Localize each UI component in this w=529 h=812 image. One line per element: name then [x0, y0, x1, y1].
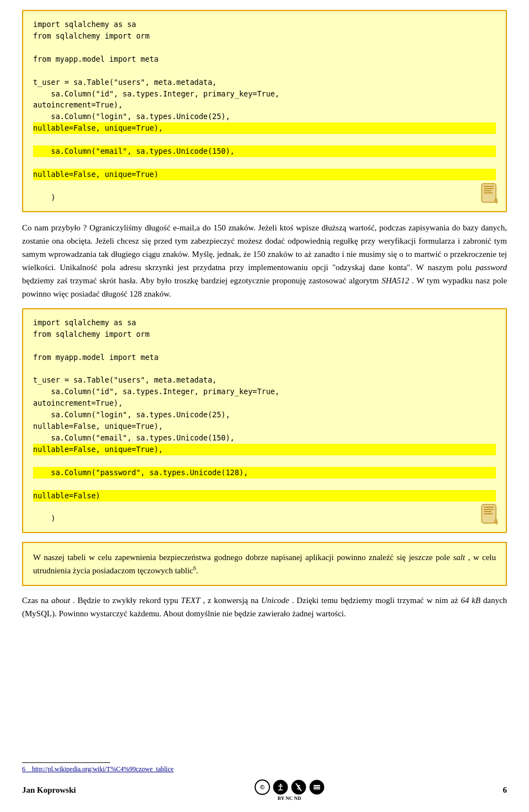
- svg-rect-8: [484, 511, 492, 512]
- by-icon: ●: [272, 779, 289, 795]
- page-number: 6: [503, 786, 507, 795]
- svg-rect-6: [484, 507, 494, 508]
- cc-license: © ●: [254, 779, 325, 801]
- footer-bottom: Jan Koprowski © ●: [22, 779, 507, 801]
- svg-text:©: ©: [260, 784, 264, 791]
- info-box: W naszej tabeli w celu zapewnienia bezpi…: [22, 542, 507, 586]
- svg-rect-3: [484, 190, 492, 191]
- scroll-icon-1: [479, 182, 500, 206]
- svg-rect-9: [484, 513, 493, 514]
- code-block-2: import sqlalchemy as sa from sqlalchemy …: [22, 308, 507, 534]
- svg-rect-7: [484, 509, 494, 510]
- footnote-link[interactable]: http://pl.wikipedia.org/wiki/T%C4%99czow…: [32, 765, 174, 773]
- svg-rect-1: [484, 186, 494, 187]
- cc-text: BY NC ND: [278, 795, 301, 801]
- footer: 6 http://pl.wikipedia.org/wiki/T%C4%99cz…: [0, 762, 529, 801]
- paragraph-1: Co nam przybyło ? Ograniczyliśmy długość…: [22, 221, 507, 300]
- svg-text:●: ●: [279, 782, 281, 786]
- footer-divider: [22, 762, 110, 763]
- nd-icon: [309, 779, 325, 795]
- paragraph-2: Czas na about . Będzie to zwykły rekord …: [22, 594, 507, 620]
- svg-rect-4: [484, 192, 493, 193]
- code-block-1: import sqlalchemy as sa from sqlalchemy …: [22, 10, 507, 212]
- footnote: 6 http://pl.wikipedia.org/wiki/T%C4%99cz…: [22, 765, 507, 773]
- nc-icon: $: [290, 779, 307, 795]
- cc-icon: ©: [254, 779, 271, 795]
- svg-rect-2: [484, 188, 494, 189]
- scroll-icon-2: [479, 503, 500, 526]
- page: import sqlalchemy as sa from sqlalchemy …: [0, 0, 529, 812]
- author-name: Jan Koprowski: [22, 786, 76, 795]
